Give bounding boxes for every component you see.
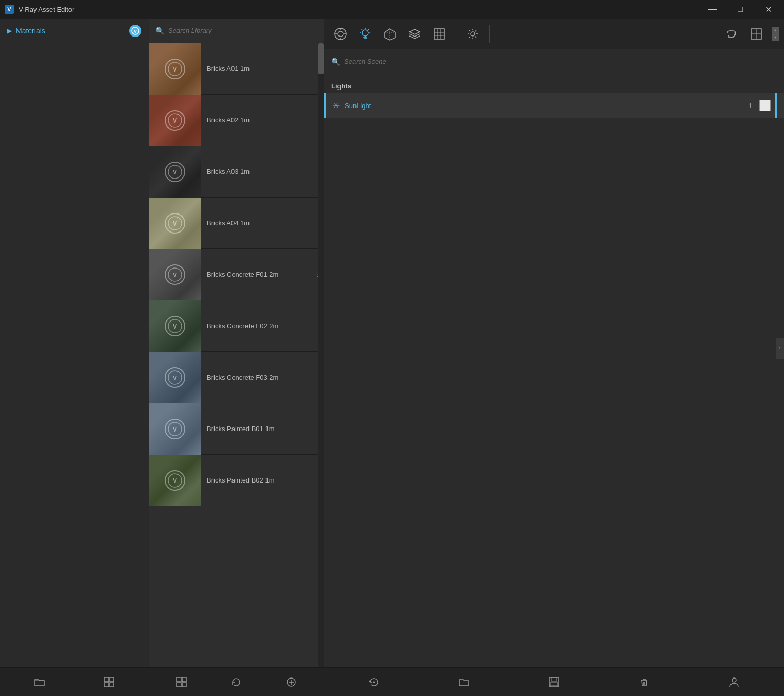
svg-rect-4	[104, 677, 109, 682]
svg-text:V: V	[173, 66, 177, 73]
svg-text:V: V	[173, 477, 177, 485]
material-thumb-bricks-a01: V	[149, 43, 201, 95]
light-icon[interactable]	[354, 23, 377, 45]
vray-logo-bricks-cf01: V	[165, 264, 185, 285]
search-icon: 🔍	[155, 27, 164, 35]
grid-layout-icon[interactable]	[100, 673, 118, 691]
svg-point-34	[338, 31, 343, 37]
svg-text:V: V	[7, 6, 11, 12]
material-name-bricks-a03: Bricks A03 1m	[201, 168, 324, 175]
toolbar-separator-1	[456, 25, 456, 43]
scene-search-bar: 🔍	[324, 49, 784, 74]
close-button[interactable]: ✕	[756, 0, 780, 19]
rotate-icon[interactable]	[227, 673, 245, 691]
svg-point-60	[732, 678, 736, 682]
expand-icon: ▶	[7, 27, 12, 34]
open-folder-icon[interactable]	[30, 673, 49, 691]
svg-rect-57	[549, 677, 559, 687]
material-thumb-bricks-pb02: V	[149, 455, 201, 506]
sidebar: ▶ Materials V	[0, 19, 149, 696]
geometry-icon[interactable]	[379, 23, 401, 45]
sunlight-name: SunLight	[345, 102, 749, 110]
delete-scene-icon[interactable]	[635, 673, 653, 691]
material-name-bricks-pb02: Bricks Painted B02 1m	[201, 476, 324, 484]
right-footer	[324, 667, 784, 696]
material-item-bricks-cf02[interactable]: VBricks Concrete F02 2m	[149, 300, 324, 352]
vray-logo-bricks-a02: V	[165, 110, 185, 131]
library-search-bar: 🔍	[149, 19, 324, 43]
person-icon[interactable]	[725, 673, 743, 691]
sunlight-active-bar	[775, 93, 777, 118]
svg-line-44	[362, 29, 363, 30]
settings-icon[interactable]	[461, 23, 484, 45]
svg-rect-6	[104, 683, 109, 687]
vray-logo-bricks-a01: V	[165, 59, 185, 79]
layers-icon[interactable]	[403, 23, 426, 45]
material-list: VBricks A01 1mVBricks A02 1mVBricks A03 …	[149, 43, 324, 667]
maximize-button[interactable]: □	[728, 0, 752, 19]
material-item-bricks-a03[interactable]: VBricks A03 1m	[149, 146, 324, 198]
viewport-icon[interactable]	[745, 23, 768, 45]
title-bar: V V-Ray Asset Editor — □ ✕	[0, 0, 784, 19]
material-name-bricks-a01: Bricks A01 1m	[201, 65, 324, 73]
scene-search-input[interactable]	[344, 58, 777, 65]
sunlight-item[interactable]: ✳ SunLight 1	[324, 93, 784, 118]
material-name-bricks-a04: Bricks A04 1m	[201, 219, 324, 227]
window-title: V-Ray Asset Editor	[19, 6, 701, 13]
toolbar-main-group	[329, 23, 451, 45]
material-item-bricks-a04[interactable]: VBricks A04 1m	[149, 198, 324, 249]
sidebar-badge: V	[129, 25, 141, 37]
texture-icon[interactable]	[428, 23, 451, 45]
vray-logo-bricks-pb01: V	[165, 419, 185, 439]
svg-rect-5	[110, 677, 114, 682]
material-item-bricks-cf03[interactable]: VBricks Concrete F03 2m	[149, 352, 324, 403]
svg-rect-26	[177, 677, 181, 682]
material-item-bricks-a02[interactable]: VBricks A02 1m	[149, 95, 324, 146]
right-toolbar: ◂ ▾	[324, 19, 784, 49]
lights-section-title: Lights	[324, 79, 784, 93]
toolbar-separator-2	[489, 25, 490, 43]
save-scene-icon[interactable]	[545, 673, 563, 691]
vray-logo-bricks-a03: V	[165, 162, 185, 182]
render-icon[interactable]	[329, 23, 352, 45]
svg-rect-47	[434, 29, 444, 39]
corner-arrow-bottom[interactable]: ▾	[772, 34, 779, 41]
panel-collapse-right-icon[interactable]: ›	[776, 338, 784, 359]
toolbar-right-group: ◂ ▾	[720, 23, 779, 45]
material-item-bricks-a01[interactable]: VBricks A01 1m	[149, 43, 324, 95]
right-panel: ◂ ▾ 🔍 Lights ✳ SunLight 1	[324, 19, 784, 696]
material-thumb-bricks-cf03: V	[149, 352, 201, 403]
vray-logo-bricks-pb02: V	[165, 470, 185, 491]
svg-text:V: V	[173, 220, 177, 227]
material-thumb-bricks-pb01: V	[149, 403, 201, 455]
grid-view-icon[interactable]	[172, 673, 191, 691]
material-item-bricks-pb01[interactable]: VBricks Painted B01 1m	[149, 403, 324, 455]
material-item-bricks-pb02[interactable]: VBricks Painted B02 1m	[149, 455, 324, 506]
open-scene-icon[interactable]	[455, 673, 473, 691]
svg-point-56	[373, 681, 375, 683]
svg-line-43	[368, 29, 369, 30]
material-item-bricks-cf01[interactable]: VBricks Concrete F01 2m›	[149, 249, 324, 300]
sunlight-color-swatch[interactable]	[759, 100, 771, 111]
library-panel: 🔍 VBricks A01 1mVBricks A02 1mVBricks A0…	[149, 19, 324, 696]
scrollbar-thumb[interactable]	[318, 43, 324, 74]
library-search-input[interactable]	[168, 27, 317, 34]
scrollbar-track[interactable]	[318, 43, 324, 667]
app-icon: V	[4, 4, 14, 14]
material-name-bricks-a02: Bricks A02 1m	[201, 116, 324, 124]
teapot-icon[interactable]	[720, 23, 743, 45]
svg-text:V: V	[173, 272, 177, 279]
corner-arrow-top[interactable]: ◂	[772, 27, 779, 34]
add-material-icon[interactable]	[282, 673, 300, 691]
lights-section: Lights ✳ SunLight 1	[324, 74, 784, 123]
refresh-scene-icon[interactable]	[365, 673, 383, 691]
svg-text:V: V	[173, 426, 177, 433]
sidebar-title: Materials	[16, 27, 129, 35]
minimize-button[interactable]: —	[701, 0, 724, 19]
material-thumb-bricks-cf02: V	[149, 300, 201, 352]
vray-logo-bricks-a04: V	[165, 213, 185, 234]
material-name-bricks-cf03: Bricks Concrete F03 2m	[201, 373, 324, 381]
svg-rect-59	[550, 683, 558, 686]
svg-text:V: V	[173, 169, 177, 176]
svg-point-52	[471, 32, 475, 36]
